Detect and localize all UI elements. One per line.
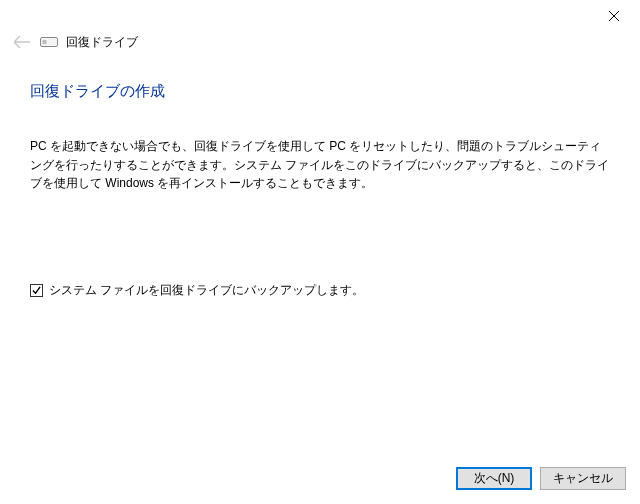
description-text: PC を起動できない場合でも、回復ドライブを使用して PC をリセットしたり、問…: [30, 137, 610, 193]
content-area: 回復ドライブの作成 PC を起動できない場合でも、回復ドライブを使用して PC …: [30, 82, 610, 193]
footer-buttons: 次へ(N) キャンセル: [456, 467, 626, 490]
back-arrow-icon: [14, 35, 30, 49]
back-button: [12, 32, 32, 52]
header-bar: 回復ドライブ: [12, 32, 138, 52]
drive-icon: [40, 35, 58, 49]
page-title: 回復ドライブの作成: [30, 82, 610, 101]
svg-rect-3: [43, 40, 47, 44]
window-title: 回復ドライブ: [66, 34, 138, 51]
backup-checkbox-row[interactable]: システム ファイルを回復ドライブにバックアップします。: [30, 282, 364, 299]
cancel-button[interactable]: キャンセル: [540, 467, 626, 490]
wizard-window: 回復ドライブ 回復ドライブの作成 PC を起動できない場合でも、回復ドライブを使…: [0, 0, 640, 504]
close-button[interactable]: [598, 4, 630, 28]
next-button[interactable]: 次へ(N): [456, 467, 532, 490]
close-icon: [609, 11, 619, 21]
checkmark-icon: [32, 286, 41, 295]
backup-checkbox-label: システム ファイルを回復ドライブにバックアップします。: [49, 282, 364, 299]
backup-checkbox[interactable]: [30, 284, 43, 297]
